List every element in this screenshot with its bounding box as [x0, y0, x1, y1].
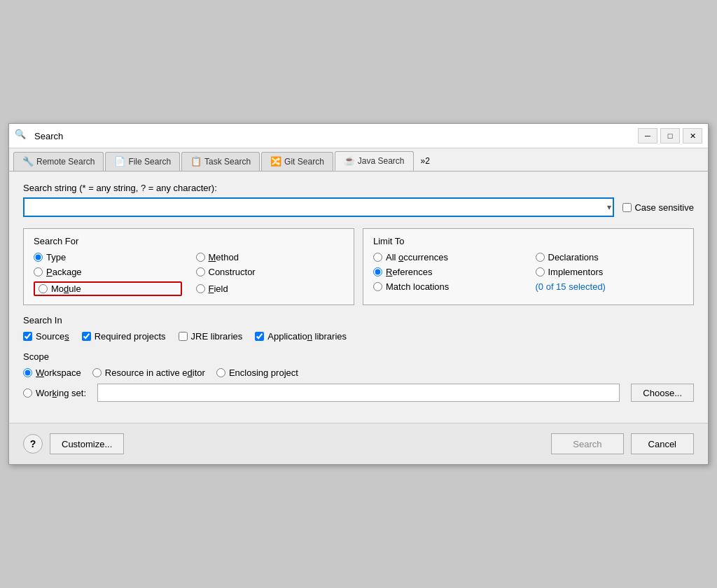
application-libraries-label: Application libraries: [267, 331, 347, 342]
radio-implementors[interactable]: Implementors: [536, 267, 684, 277]
sources-checkbox[interactable]: [23, 332, 32, 341]
remote-search-tab-label: Remote Search: [36, 157, 95, 167]
window-title: Search: [34, 131, 638, 141]
radio-field-label: Field: [209, 284, 228, 294]
radio-workspace-input[interactable]: [23, 368, 32, 377]
radio-all-occurrences-label: All occurrences: [386, 252, 448, 262]
tab-overflow-button[interactable]: »2: [415, 153, 436, 169]
radio-method-label: Method: [209, 252, 239, 262]
title-bar: 🔍 Search ─ □ ✕: [9, 124, 708, 148]
search-string-label: Search string (* = any string, ? = any c…: [23, 183, 694, 193]
search-for-title: Search For: [34, 236, 344, 246]
tab-remote-search[interactable]: 🔧 Remote Search: [13, 152, 104, 171]
jre-libraries-checkbox[interactable]: [179, 332, 188, 341]
match-locations-link[interactable]: (0 of 15 selected): [536, 281, 684, 292]
radio-all-occurrences-input[interactable]: [373, 253, 382, 262]
task-search-tab-label: Task Search: [204, 157, 251, 167]
dialog-content: Search string (* = any string, ? = any c…: [9, 172, 708, 423]
radio-method[interactable]: Method: [196, 252, 344, 262]
case-sensitive-label[interactable]: Case sensitive: [622, 202, 694, 213]
radio-all-occurrences[interactable]: All occurrences: [373, 252, 522, 262]
radio-implementors-input[interactable]: [536, 267, 545, 276]
title-bar-controls: ─ □ ✕: [638, 128, 702, 144]
search-input[interactable]: [23, 197, 614, 217]
limit-to-options: All occurrences Declarations References …: [373, 252, 683, 292]
radio-resource-active-editor[interactable]: Resource in active editor: [92, 368, 205, 378]
working-set-input[interactable]: [97, 384, 620, 402]
radio-enclosing-project-input[interactable]: [216, 368, 225, 377]
tab-task-search[interactable]: 📋 Task Search: [181, 152, 260, 171]
tab-git-search[interactable]: 🔀 Git Search: [261, 152, 333, 171]
file-search-tab-icon: 📄: [114, 156, 125, 167]
checkbox-application-libraries[interactable]: Application libraries: [255, 331, 347, 342]
case-sensitive-text: Case sensitive: [634, 202, 694, 213]
radio-type[interactable]: Type: [34, 252, 182, 262]
search-in-group: Search In Sources Required projects JRE …: [23, 315, 694, 342]
radio-references-input[interactable]: [373, 267, 382, 276]
checkbox-required-projects[interactable]: Required projects: [82, 331, 166, 342]
radio-declarations[interactable]: Declarations: [536, 252, 684, 262]
radio-match-locations-input[interactable]: [373, 282, 382, 291]
radio-module[interactable]: Module: [34, 281, 182, 296]
required-projects-checkbox[interactable]: [82, 332, 91, 341]
search-in-title: Search In: [23, 315, 694, 326]
radio-field[interactable]: Field: [196, 281, 344, 296]
radio-workspace-label: Workspace: [36, 368, 81, 378]
help-button[interactable]: ?: [23, 434, 43, 454]
close-button[interactable]: ✕: [683, 128, 702, 144]
limit-to-title: Limit To: [373, 236, 683, 246]
radio-method-input[interactable]: [196, 253, 205, 262]
search-in-options: Sources Required projects JRE libraries …: [23, 331, 694, 342]
checkbox-sources[interactable]: Sources: [23, 331, 69, 342]
choose-button[interactable]: Choose...: [631, 384, 694, 402]
radio-working-set-label: Working set:: [36, 388, 86, 398]
radio-field-input[interactable]: [196, 284, 205, 293]
radio-enclosing-project[interactable]: Enclosing project: [216, 368, 298, 378]
tab-bar: 🔧 Remote Search 📄 File Search 📋 Task Sea…: [9, 148, 708, 172]
file-search-tab-label: File Search: [128, 157, 171, 167]
task-search-tab-icon: 📋: [190, 156, 202, 167]
radio-declarations-input[interactable]: [536, 253, 545, 262]
search-dialog: 🔍 Search ─ □ ✕ 🔧 Remote Search 📄 File Se…: [8, 123, 709, 465]
cancel-button[interactable]: Cancel: [631, 433, 694, 454]
radio-module-input[interactable]: [39, 284, 48, 293]
radio-references[interactable]: References: [373, 267, 522, 277]
search-input-container: ▾: [23, 197, 614, 217]
radio-type-input[interactable]: [34, 253, 43, 262]
radio-module-label: Module: [51, 284, 81, 294]
search-string-row: ▾ Case sensitive: [23, 197, 694, 217]
radio-working-set-input[interactable]: [23, 388, 32, 398]
jre-libraries-label: JRE libraries: [191, 331, 243, 342]
radio-match-locations-label: Match locations: [386, 281, 449, 292]
radio-package-input[interactable]: [34, 267, 43, 276]
maximize-button[interactable]: □: [660, 128, 680, 144]
scope-row2: Working set: Choose...: [23, 384, 694, 402]
tab-file-search[interactable]: 📄 File Search: [105, 152, 180, 171]
search-for-group: Search For Type Method Package: [23, 228, 354, 305]
remote-search-tab-icon: 🔧: [22, 156, 34, 167]
scope-title: Scope: [23, 351, 694, 362]
radio-type-label: Type: [46, 252, 66, 262]
radio-constructor-label: Constructor: [209, 267, 256, 277]
radio-declarations-label: Declarations: [548, 252, 599, 262]
minimize-button[interactable]: ─: [638, 128, 657, 144]
radio-enclosing-project-label: Enclosing project: [229, 368, 298, 378]
radio-package[interactable]: Package: [34, 267, 182, 277]
search-for-options: Type Method Package Constructor: [34, 252, 344, 296]
radio-constructor-input[interactable]: [196, 267, 205, 276]
java-search-tab-label: Java Search: [358, 156, 405, 166]
radio-workspace[interactable]: Workspace: [23, 368, 81, 378]
radio-working-set[interactable]: Working set:: [23, 388, 86, 398]
search-button[interactable]: Search: [551, 433, 623, 454]
case-sensitive-checkbox[interactable]: [622, 203, 632, 212]
radio-resource-active-editor-input[interactable]: [92, 368, 102, 377]
java-search-tab-icon: ☕: [344, 155, 355, 167]
customize-button[interactable]: Customize...: [50, 433, 124, 454]
application-libraries-checkbox[interactable]: [255, 332, 264, 341]
radio-constructor[interactable]: Constructor: [196, 267, 344, 277]
git-search-tab-icon: 🔀: [270, 156, 281, 167]
tab-java-search[interactable]: ☕ Java Search: [335, 151, 414, 171]
radio-resource-active-editor-label: Resource in active editor: [105, 368, 205, 378]
radio-match-locations[interactable]: Match locations: [373, 281, 522, 292]
checkbox-jre-libraries[interactable]: JRE libraries: [179, 331, 243, 342]
